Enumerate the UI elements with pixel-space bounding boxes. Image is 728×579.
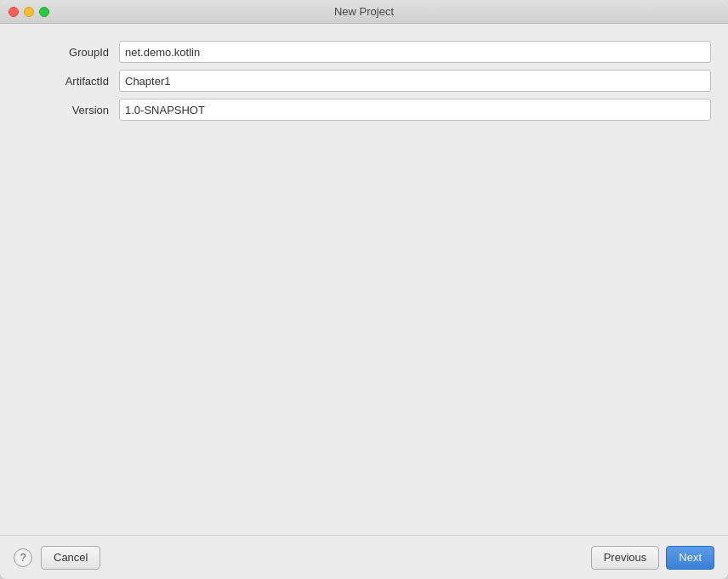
maximize-button[interactable] <box>39 7 49 17</box>
groupid-row: GroupId <box>17 41 711 63</box>
artifactid-input[interactable] <box>119 70 711 92</box>
artifactid-label: ArtifactId <box>17 75 119 88</box>
footer-right-section: Previous Next <box>591 546 714 570</box>
new-project-window: New Project GroupId ArtifactId Version ?… <box>0 0 728 579</box>
version-row: Version <box>17 99 711 121</box>
footer-left-section: ? Cancel <box>14 546 100 570</box>
previous-button[interactable]: Previous <box>591 546 660 570</box>
help-button[interactable]: ? <box>14 548 32 567</box>
window-title: New Project <box>334 5 394 18</box>
artifactid-row: ArtifactId <box>17 70 711 92</box>
groupid-input[interactable] <box>119 41 711 63</box>
groupid-label: GroupId <box>17 46 119 59</box>
footer: ? Cancel Previous Next <box>0 535 728 579</box>
next-button[interactable]: Next <box>666 546 714 570</box>
title-bar: New Project <box>0 0 728 24</box>
form-content: GroupId ArtifactId Version <box>0 24 728 535</box>
window-controls <box>9 7 49 17</box>
minimize-button[interactable] <box>24 7 34 17</box>
close-button[interactable] <box>9 7 19 17</box>
cancel-button[interactable]: Cancel <box>41 546 100 570</box>
version-input[interactable] <box>119 99 711 121</box>
version-label: Version <box>17 104 119 116</box>
